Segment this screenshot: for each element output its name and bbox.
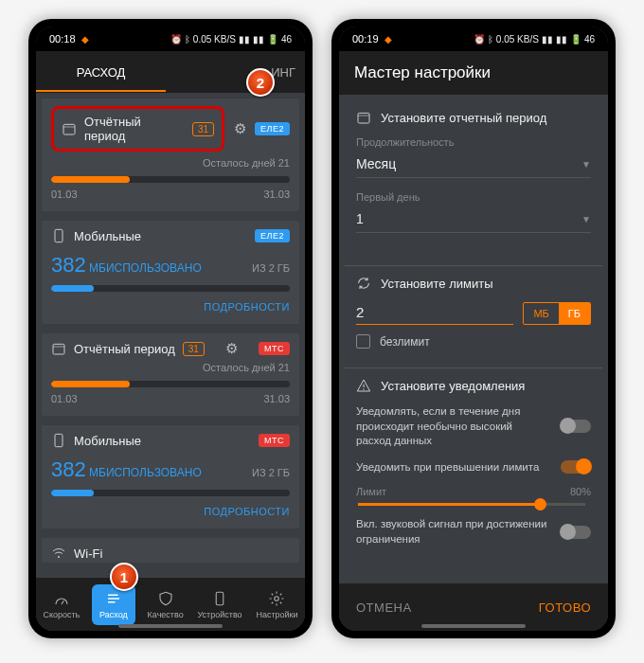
limit-slider[interactable]	[358, 503, 585, 506]
first-day-select[interactable]: 1 ▼	[356, 206, 591, 233]
net-speed: 0.05 KB/S	[496, 34, 539, 45]
nav-device-label: Устройство	[198, 610, 242, 619]
total-label: ИЗ 2 ГБ	[252, 262, 290, 274]
wifi-card-partial: Wi-Fi	[42, 538, 299, 563]
details-link[interactable]: ПОДРОБНОСТИ	[51, 506, 290, 517]
svg-rect-1	[55, 229, 63, 242]
svg-rect-8	[216, 592, 224, 605]
svg-rect-10	[358, 113, 369, 123]
home-indicator[interactable]	[421, 624, 526, 628]
end-date: 31.03	[263, 188, 290, 200]
svg-rect-0	[63, 124, 75, 134]
report-badge: 31	[192, 122, 214, 136]
limit-input[interactable]: 2	[356, 304, 513, 325]
svg-rect-2	[53, 344, 64, 354]
signal-icon: ▮▮	[239, 34, 250, 45]
alarm-icon: ⏰	[474, 34, 485, 45]
battery-icon: 🔋	[267, 34, 278, 45]
details-link[interactable]: ПОДРОБНОСТИ	[51, 301, 290, 313]
tab-usage[interactable]: РАСХОД	[36, 53, 166, 92]
calendar-icon	[356, 110, 371, 125]
usage-progress	[51, 285, 290, 292]
unlimited-checkbox-row[interactable]: безлимит	[356, 334, 591, 349]
alarm-icon: ⏰	[170, 34, 182, 45]
bluetooth-icon: ᛒ	[488, 34, 493, 45]
start-date: 01.03	[51, 188, 78, 200]
app-statusbar-icon: ◆	[385, 34, 392, 45]
report-badge: 31	[183, 342, 205, 356]
toggle-unusual[interactable]	[561, 420, 591, 433]
mobile-card-ele2: Мобильные ЕЛЕ2 382 МБИСПОЛЬЗОВАНО ИЗ 2 Г…	[42, 221, 299, 324]
notif-limit-label: Уведомить при превышении лимита	[356, 460, 549, 475]
signal-icon-2: ▮▮	[556, 34, 567, 45]
wifi-icon	[51, 546, 66, 561]
days-left: Осталось дней 21	[51, 157, 290, 169]
nav-speed-label: Скорость	[43, 610, 80, 619]
nav-speed[interactable]: Скорость	[41, 586, 81, 623]
nav-device[interactable]: Устройство	[196, 586, 244, 623]
operator-chip: ЕЛЕ2	[255, 229, 290, 242]
unit-mb[interactable]: МБ	[524, 303, 558, 324]
nav-quality[interactable]: Качество	[146, 586, 186, 623]
status-bar: 00:19 ◆ ⏰ ᛒ 0.05 KB/S ▮▮ ▮▮ 🔋 46	[339, 27, 608, 51]
report-card-mts: Отчётный период 31 ⚙ МТС Осталось дней 2…	[42, 333, 299, 416]
gear-dashed-icon[interactable]: ⚙	[224, 341, 239, 356]
done-button[interactable]: ГОТОВО	[539, 600, 591, 615]
bottom-nav: Скорость Расход Качество Устройство Наст…	[36, 578, 305, 631]
report-period-label: Отчётный период	[84, 115, 185, 143]
gear-dashed-icon[interactable]: ⚙	[232, 121, 247, 136]
used-label: МБИСПОЛЬЗОВАНО	[89, 466, 202, 479]
notif-unusual-label: Уведомлять, если в течение дня происходи…	[356, 404, 549, 449]
duration-label: Продолжительность	[356, 136, 591, 148]
nav-quality-label: Качество	[148, 610, 184, 619]
mobile-icon	[51, 228, 66, 243]
report-card-ele2: Отчётный период 31 ⚙ ЕЛЕ2 Осталось дней …	[42, 99, 299, 211]
wizard-title: Мастер настройки	[339, 51, 608, 95]
wizard-content: Установите отчетный период Продолжительн…	[339, 95, 608, 583]
limit-slider-label: Лимит	[356, 486, 386, 497]
warning-icon	[356, 378, 371, 393]
svg-point-11	[363, 388, 364, 389]
total-label: ИЗ 2 ГБ	[252, 467, 290, 478]
wifi-title: Wi-Fi	[74, 547, 102, 561]
svg-point-9	[275, 596, 279, 600]
section-heading: Установите уведомления	[381, 379, 525, 393]
cancel-button[interactable]: ОТМЕНА	[356, 600, 412, 615]
section-limits: Установите лимиты 2 МБ ГБ безлимит	[345, 265, 602, 358]
phone-right: 00:19 ◆ ⏰ ᛒ 0.05 KB/S ▮▮ ▮▮ 🔋 46 Мастер …	[331, 19, 616, 638]
report-period-button[interactable]: Отчётный период 31	[51, 106, 224, 152]
checkbox-icon[interactable]	[356, 334, 370, 349]
section-heading: Установите отчетный период	[381, 111, 546, 125]
mobile-icon	[51, 433, 66, 448]
tab-roaming-partial[interactable]: ИНГ	[166, 53, 305, 92]
phone-left: 00:18 ◆ ⏰ ᛒ 0.05 KB/S ▮▮ ▮▮ 🔋 46 РАСХОД …	[28, 19, 313, 638]
annotation-1: 1	[110, 563, 138, 591]
chevron-down-icon: ▼	[581, 214, 591, 224]
duration-select[interactable]: Месяц ▼	[356, 152, 591, 178]
nav-settings[interactable]: Настройки	[254, 586, 299, 623]
unlimited-label: безлимит	[380, 335, 430, 349]
annotation-2: 2	[246, 68, 275, 97]
toggle-limit[interactable]	[561, 460, 591, 474]
main-content: Отчётный период 31 ⚙ ЕЛЕ2 Осталось дней …	[36, 93, 305, 578]
home-indicator[interactable]	[118, 624, 223, 628]
mobile-title: Мобильные	[74, 229, 141, 243]
unit-segment[interactable]: МБ ГБ	[523, 302, 591, 325]
days-left: Осталось дней 21	[51, 362, 290, 373]
section-report-period: Установите отчетный период Продолжительн…	[345, 100, 602, 256]
period-progress	[51, 381, 290, 387]
mobile-title: Мобильные	[74, 434, 141, 448]
toggle-sound[interactable]	[561, 526, 591, 539]
status-bar: 00:18 ◆ ⏰ ᛒ 0.05 KB/S ▮▮ ▮▮ 🔋 46	[36, 27, 305, 51]
signal-icon-2: ▮▮	[253, 34, 264, 45]
used-amount: 382	[51, 457, 86, 481]
net-speed: 0.05 KB/S	[193, 34, 236, 45]
unit-gb[interactable]: ГБ	[559, 303, 590, 324]
report-period-label: Отчётный период	[74, 342, 175, 356]
start-date: 01.03	[51, 393, 78, 404]
svg-rect-3	[55, 434, 63, 446]
nav-usage-label: Расход	[99, 610, 128, 619]
svg-point-4	[58, 556, 60, 558]
used-amount: 382	[51, 253, 86, 277]
operator-chip: МТС	[259, 342, 290, 355]
